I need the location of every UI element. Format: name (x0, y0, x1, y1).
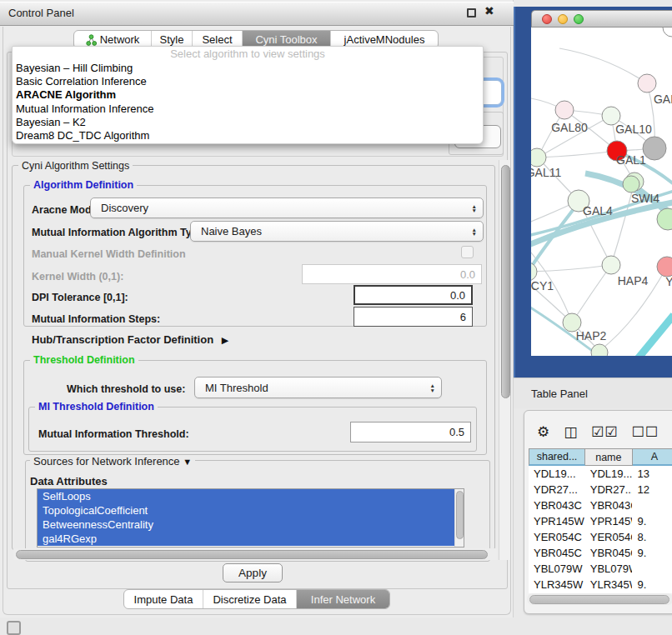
tab-label: jActiveMNodules (344, 33, 425, 46)
manual-kernel-label: Manual Kernel Width Definition (32, 248, 186, 260)
table-horizontal-scrollbar[interactable] (527, 593, 672, 605)
table-cell: YBR043C (585, 498, 633, 513)
tab-label: Cyni Toolbox (255, 33, 317, 46)
float-window-icon[interactable] (467, 8, 476, 18)
kernel-width-field[interactable]: 0.0 (302, 264, 482, 284)
settings-vertical-scrollbar[interactable] (499, 160, 510, 560)
table-header-row: shared...nameA (529, 448, 672, 466)
algorithm-option-bayesian-hill-climbing[interactable]: Bayesian – Hill Climbing (13, 62, 483, 75)
table-row[interactable]: YBR045CYBR045C9. (529, 545, 672, 561)
tab-label: Discretize Data (213, 593, 286, 606)
deselect-rows-icon[interactable]: ☐☐ (632, 424, 659, 441)
column-header-name[interactable]: name (585, 448, 633, 466)
algorithm-option-aracne-algorithm[interactable]: ARACNE Algorithm (13, 88, 483, 102)
dpi-tolerance-field[interactable]: 0.0 (354, 285, 473, 305)
network-window-titlebar[interactable] (531, 10, 672, 28)
zoom-button[interactable] (574, 14, 584, 24)
table-row[interactable]: YER054CYER054C8. (529, 529, 672, 545)
network-edge[interactable] (572, 265, 611, 322)
close-button[interactable] (542, 14, 552, 24)
node-partial-top[interactable] (663, 28, 672, 37)
node-right-green[interactable] (657, 208, 672, 230)
table-row[interactable]: YBL079WYBL079W (529, 561, 672, 577)
network-icon (86, 34, 97, 46)
close-icon[interactable]: ✖ (484, 4, 494, 18)
data-attributes-label: Data Attributes (30, 475, 108, 488)
node-label-gal1: GAL1 (616, 153, 646, 167)
table-cell: 9. (632, 577, 672, 592)
table-cell (632, 561, 672, 577)
tab-label: Impute Data (134, 593, 193, 606)
select-all-rows-icon[interactable]: ☑☑ (591, 424, 618, 441)
table-row[interactable]: YLR345WYLR345W9. (529, 577, 672, 592)
table-row[interactable]: YBR043CYBR043C (529, 498, 672, 513)
minimize-button[interactable] (558, 14, 568, 24)
mi-steps-field[interactable]: 6 (354, 307, 473, 327)
attribute-item-betweennesscentrality[interactable]: BetweennessCentrality (38, 518, 464, 532)
scrollbar-thumb[interactable] (16, 550, 488, 559)
network-edge[interactable] (635, 315, 672, 356)
node-label-gcy1: GCY1 (531, 279, 554, 292)
scrollbar-thumb[interactable] (501, 165, 510, 398)
dpi-tolerance-label: DPI Tolerance [0,1]: (32, 292, 128, 303)
tab-impute-data[interactable]: Impute Data (124, 590, 203, 608)
spinner-arrows-icon: ▲▼ (472, 227, 477, 236)
hub-definition-toggle[interactable]: Hub/Transcription Factor Definition ▶ (32, 333, 228, 346)
network-canvas[interactable]: GALGAL80GAL10GAL1GAL11GAL4SWI4GCY1HAP4YH… (531, 28, 672, 356)
tab-discretize-data[interactable]: Discretize Data (203, 590, 296, 608)
spinner-arrows-icon: ▲▼ (430, 383, 435, 392)
settings-horizontal-scrollbar[interactable] (13, 548, 497, 560)
node-gal7[interactable] (638, 74, 656, 92)
node-swi4[interactable] (623, 176, 639, 192)
node-gal11[interactable] (531, 148, 546, 167)
data-attributes-list[interactable]: SelfLoopsTopologicalCoefficientBetweenne… (37, 488, 464, 548)
kernel-width-label: Kernel Width (0,1): (32, 271, 123, 282)
algorithm-option-basic-correlation-inference[interactable]: Basic Correlation Inference (13, 75, 483, 88)
attribute-item-selfloops[interactable]: SelfLoops (38, 489, 464, 503)
sources-toggle[interactable]: Sources for Network Inference ▼ (30, 455, 195, 468)
control-panel-titlebar (0, 2, 514, 26)
cyni-algorithm-settings-title: Cyni Algorithm Settings (18, 160, 133, 172)
scrollbar-thumb[interactable] (456, 491, 464, 539)
attributes-scrollbar[interactable] (454, 489, 464, 547)
tab-label: Style (160, 33, 184, 46)
panel-dock-icon[interactable] (7, 621, 21, 635)
spinner-arrows-icon: ▲▼ (472, 203, 477, 212)
column-header-a[interactable]: A (633, 448, 672, 466)
node-salmon[interactable] (657, 257, 672, 277)
columns-icon[interactable]: ◫ (564, 424, 578, 441)
aracne-mode-select[interactable]: Discovery ▲▼ (90, 198, 484, 218)
tab-infer-network[interactable]: Infer Network (296, 590, 389, 608)
mi-algorithm-type-select[interactable]: Naive Bayes ▲▼ (190, 221, 484, 242)
table-row[interactable]: YDL19...YDL19...13 (529, 466, 672, 482)
table-row[interactable]: YPR145WYPR145W9. (529, 513, 672, 529)
tab-label: Select (202, 33, 232, 46)
attribute-item-topologicalcoefficient[interactable]: TopologicalCoefficient (38, 503, 464, 518)
attribute-item-gal4rgexp[interactable]: gal4RGexp (38, 532, 464, 546)
manual-kernel-checkbox[interactable] (461, 246, 474, 258)
algorithm-option-dream8-dc-tdc-algorithm[interactable]: Dream8 DC_TDC Algorithm (13, 129, 483, 142)
control-panel-title: Control Panel (8, 7, 74, 19)
table-cell: YBL079W (529, 561, 585, 577)
network-edge[interactable] (559, 48, 647, 83)
mi-threshold-group-title: MI Threshold Definition (35, 401, 158, 412)
node-gcy1[interactable] (531, 262, 537, 281)
table-row[interactable]: YDR27...YDR27...12 (529, 482, 672, 498)
which-threshold-select[interactable]: MI Threshold ▲▼ (194, 377, 442, 398)
table-cell: YDL19... (529, 466, 585, 482)
algorithm-option-mutual-information-inference[interactable]: Mutual Information Inference (13, 102, 483, 116)
node-label-gal11: GAL11 (531, 166, 561, 179)
mi-threshold-field[interactable]: 0.5 (350, 422, 471, 442)
algorithm-definition-title: Algorithm Definition (30, 179, 137, 191)
node-label-gal80: GAL80 (551, 121, 588, 134)
scrollbar-thumb[interactable] (529, 595, 669, 604)
network-edge[interactable] (538, 151, 617, 158)
apply-button[interactable]: Apply (223, 563, 283, 582)
node-gray[interactable] (643, 137, 666, 160)
node-hap4[interactable] (602, 256, 620, 274)
column-header-shared[interactable]: shared... (529, 448, 585, 466)
algorithm-option-bayesian-k2[interactable]: Bayesian – K2 (13, 116, 483, 129)
node-label-gal4: GAL4 (583, 204, 613, 218)
node-pink-left[interactable] (555, 101, 574, 119)
gear-icon[interactable]: ⚙ (537, 424, 550, 441)
